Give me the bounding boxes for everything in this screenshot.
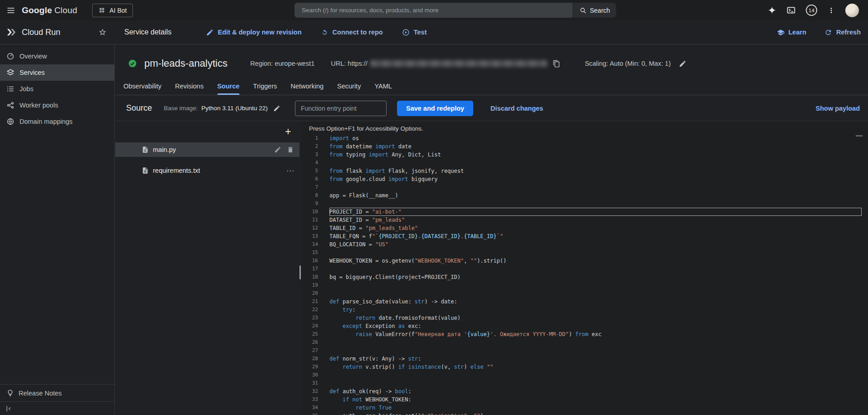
edit-scaling-pencil-icon[interactable] — [679, 60, 687, 68]
file-list: main.py requirements.txt — [115, 142, 299, 184]
line-content: WEBHOOK_TOKEN = os.getenv("WEBHOOK_TOKEN… — [329, 257, 862, 265]
sidebar-item-jobs[interactable]: Jobs — [0, 81, 114, 97]
code-line[interactable]: 25 raise ValueError(f"Неверная дата '{va… — [301, 330, 868, 338]
code-line[interactable]: 22 try: — [301, 306, 868, 314]
release-notes-link[interactable]: Release Notes — [0, 384, 114, 401]
refresh-button[interactable]: Refresh — [824, 29, 861, 36]
line-number: 16 — [301, 257, 318, 265]
code-line[interactable]: 15 — [301, 249, 868, 257]
code-line[interactable]: 4 — [301, 159, 868, 167]
tab-source[interactable]: Source — [217, 77, 240, 95]
code-line[interactable]: 35 auth = req.headers.get("Authorization… — [301, 412, 868, 415]
line-content: PROJECT_ID = "ai-bot-" — [329, 208, 862, 216]
search-button[interactable]: Search — [573, 3, 616, 18]
code-line[interactable]: 18bq = bigquery.Client(project=PROJECT_I… — [301, 273, 868, 281]
line-content — [329, 289, 862, 298]
save-redeploy-button[interactable]: Save and redeploy — [397, 101, 473, 116]
code-line[interactable]: 6from google.cloud import bigquery — [301, 175, 868, 183]
code-line[interactable]: 7 — [301, 183, 868, 191]
code-line[interactable]: 30 — [301, 371, 868, 379]
line-number: 27 — [301, 347, 318, 355]
service-header: pm-leads-analytics Region: europe-west1 … — [128, 55, 859, 72]
search-input[interactable] — [294, 3, 573, 18]
test-button[interactable]: Test — [402, 29, 427, 36]
avatar[interactable] — [845, 4, 859, 17]
tab-yaml[interactable]: YAML — [374, 77, 392, 95]
line-content — [329, 159, 862, 167]
edit-base-image-pencil-icon[interactable] — [273, 105, 280, 112]
code-line[interactable]: 26 — [301, 338, 868, 347]
add-file-button[interactable]: + — [282, 126, 294, 138]
code-line[interactable]: 11DATASET_ID = "pm_leads" — [301, 216, 868, 224]
code-line[interactable]: 8app = Flask(__name__) — [301, 191, 868, 200]
sidebar-item-label: Services — [20, 69, 45, 76]
show-payload-button[interactable]: Show payload — [816, 105, 860, 112]
connect-repo-button[interactable]: Connect to repo — [321, 29, 383, 36]
sidebar-item-domain-mappings[interactable]: Domain mappings — [0, 113, 114, 130]
code-line[interactable]: 23 return date.fromisoformat(value) — [301, 314, 868, 322]
hamburger-menu-icon[interactable] — [0, 0, 22, 20]
line-content: BQ_LOCATION = "US" — [329, 240, 862, 249]
rename-file-pencil-icon[interactable] — [274, 146, 281, 153]
line-content: DATASET_ID = "pm_leads" — [329, 216, 862, 224]
tab-triggers[interactable]: Triggers — [253, 77, 277, 95]
discard-changes-button[interactable]: Discard changes — [490, 105, 543, 112]
project-picker[interactable]: AI Bot — [92, 4, 133, 17]
line-number: 12 — [301, 224, 318, 232]
line-number: 14 — [301, 240, 318, 249]
code-line[interactable]: 2from datetime import date — [301, 142, 868, 151]
tab-observability[interactable]: Observability — [123, 77, 162, 95]
entry-point-input[interactable] — [295, 101, 387, 116]
learn-button[interactable]: Learn — [777, 29, 807, 36]
cloud-shell-icon[interactable] — [786, 5, 796, 15]
file-row-main-py[interactable]: main.py — [115, 142, 299, 157]
code-line[interactable]: 1import os — [301, 134, 868, 142]
code-line[interactable]: 27 — [301, 347, 868, 355]
code-line[interactable]: 10PROJECT_ID = "ai-bot-" — [301, 208, 868, 216]
tab-security[interactable]: Security — [337, 77, 361, 95]
code-line[interactable]: 9 — [301, 200, 868, 208]
code-line[interactable]: 16WEBHOOK_TOKEN = os.getenv("WEBHOOK_TOK… — [301, 257, 868, 265]
sidebar-item-worker-pools[interactable]: Worker pools — [0, 97, 114, 113]
notifications-badge[interactable]: 14 — [806, 5, 817, 16]
tab-networking[interactable]: Networking — [290, 77, 324, 95]
line-number: 29 — [301, 363, 318, 371]
code-line[interactable]: 34 return True — [301, 404, 868, 412]
code-line[interactable]: 5from flask import Flask, jsonify, reque… — [301, 167, 868, 175]
code-line[interactable]: 24 except Exception as exc: — [301, 322, 868, 330]
gemini-sparkle-icon[interactable] — [768, 6, 776, 15]
code-line[interactable]: 3from typing import Any, Dict, List — [301, 151, 868, 159]
sidebar-item-overview[interactable]: Overview — [0, 48, 114, 64]
edit-deploy-button[interactable]: Edit & deploy new revision — [206, 29, 302, 36]
line-content: return v.strip() if isinstance(v, str) e… — [329, 363, 862, 371]
collapse-sidebar-icon[interactable] — [5, 405, 13, 413]
tab-revisions[interactable]: Revisions — [175, 77, 204, 95]
line-number: 17 — [301, 265, 318, 273]
code-line[interactable]: 14BQ_LOCATION = "US" — [301, 240, 868, 249]
code-line[interactable]: 20 — [301, 289, 868, 298]
search-icon — [579, 7, 587, 14]
topbar-right-cluster: 14 — [768, 4, 868, 17]
favorite-star-icon[interactable] — [98, 28, 107, 36]
delete-file-trash-icon[interactable] — [287, 146, 294, 153]
code-line[interactable]: 33 if not WEBHOOK_TOKEN: — [301, 395, 868, 404]
file-more-icon[interactable]: ⋯ — [286, 166, 294, 176]
editor-scrollbar-mark[interactable] — [856, 135, 863, 137]
code-line[interactable]: 17 — [301, 265, 868, 273]
copy-icon[interactable] — [553, 60, 560, 68]
code-line[interactable]: 28def norm_str(v: Any) -> str: — [301, 355, 868, 363]
search-button-label: Search — [590, 7, 610, 14]
code-line[interactable]: 31 — [301, 379, 868, 387]
code-editor[interactable]: Press Option+F1 for Accessibility Option… — [301, 122, 868, 415]
code-line[interactable]: 32def auth_ok(req) -> bool: — [301, 387, 868, 395]
line-number: 5 — [301, 167, 318, 175]
file-row-requirements-txt[interactable]: requirements.txt ⋯ — [115, 163, 299, 178]
code-line[interactable]: 13TABLE_FQN = f"`{PROJECT_ID}.{DATASET_I… — [301, 232, 868, 240]
code-line[interactable]: 12TABLE_ID = "pm_leads_table" — [301, 224, 868, 232]
code-line[interactable]: 29 return v.strip() if isinstance(v, str… — [301, 363, 868, 371]
more-vert-icon[interactable] — [827, 6, 835, 15]
google-cloud-logo[interactable]: Google Cloud — [22, 5, 77, 15]
code-line[interactable]: 21def parse_iso_date(value: str) -> date… — [301, 298, 868, 306]
code-line[interactable]: 19 — [301, 281, 868, 289]
sidebar-item-services[interactable]: Services — [0, 64, 114, 81]
